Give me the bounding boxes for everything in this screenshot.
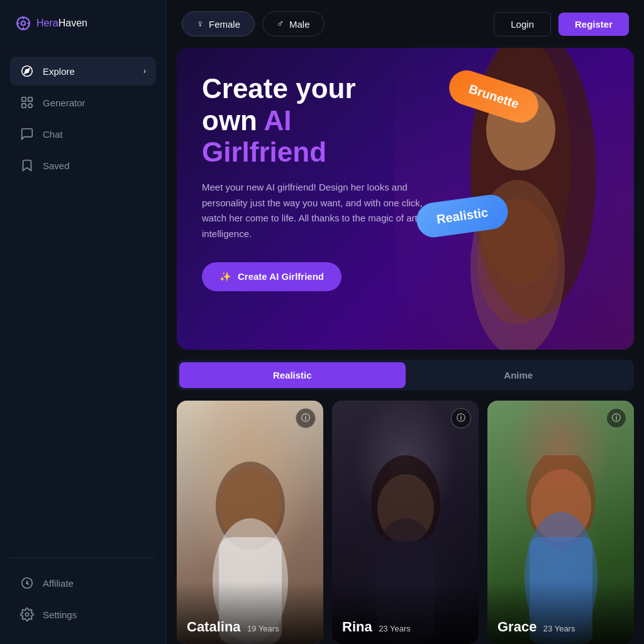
chevron-right-icon: › [143, 67, 146, 75]
sidebar-affiliate-label: Affiliate [43, 578, 74, 589]
sidebar-item-explore[interactable]: Explore › [10, 57, 156, 86]
logo: HeraHaven [10, 15, 156, 31]
hero-text-content: Create your own AI Girlfriend Meet your … [202, 73, 441, 291]
register-button[interactable]: Register [558, 13, 629, 36]
svg-point-11 [28, 104, 32, 108]
card-rina[interactable]: ⓘ Rina 23 Years [332, 401, 479, 644]
settings-icon [20, 608, 34, 621]
card-name-catalina: Catalina [187, 619, 241, 635]
create-girlfriend-button[interactable]: ✨ Create AI Girlfriend [202, 262, 341, 291]
svg-rect-10 [22, 104, 26, 108]
hero-title: Create your own AI Girlfriend [202, 73, 441, 169]
sidebar-item-chat[interactable]: Chat [10, 119, 156, 148]
card-info-button-rina[interactable]: ⓘ [451, 408, 471, 428]
card-label-grace: Grace 23 Years [487, 581, 634, 644]
logo-text: HeraHaven [36, 18, 87, 29]
hero-section: Create your own AI Girlfriend Meet your … [177, 48, 634, 350]
sidebar-item-saved[interactable]: Saved [10, 151, 156, 180]
male-icon: ♂ [277, 18, 284, 30]
card-name-grace: Grace [497, 619, 536, 635]
card-name-rina: Rina [342, 619, 372, 635]
svg-point-13 [26, 582, 28, 584]
card-label-rina: Rina 23 Years [332, 581, 479, 644]
female-button[interactable]: ♀ Female [182, 11, 255, 36]
affiliate-icon [20, 576, 34, 590]
sidebar-settings-label: Settings [43, 609, 77, 620]
hero-description: Meet your new AI girlfriend! Design her … [202, 180, 441, 242]
topbar: ♀ Female ♂ Male Login Register [167, 0, 644, 48]
svg-marker-7 [25, 69, 30, 74]
tab-anime[interactable]: Anime [406, 362, 632, 388]
card-age-grace: 23 Years [543, 624, 575, 633]
sidebar-item-affiliate[interactable]: Affiliate [10, 569, 156, 597]
card-grace[interactable]: ⓘ Grace 23 Years [487, 401, 634, 644]
card-catalina[interactable]: ⓘ Catalina 19 Years [177, 401, 323, 644]
login-button[interactable]: Login [494, 12, 551, 36]
sidebar-chat-label: Chat [43, 129, 63, 140]
wand-icon: ✨ [219, 271, 231, 282]
sidebar-generator-label: Generator [43, 97, 86, 108]
svg-rect-8 [22, 97, 26, 101]
male-button[interactable]: ♂ Male [262, 11, 325, 36]
svg-point-14 [25, 613, 29, 616]
card-label-catalina: Catalina 19 Years [177, 581, 323, 644]
card-age-catalina: 19 Years [247, 624, 279, 633]
card-info-button-catalina[interactable]: ⓘ [296, 408, 316, 428]
chat-icon [20, 127, 34, 141]
sidebar-item-generator[interactable]: Generator [10, 88, 156, 117]
logo-icon [15, 15, 31, 31]
sidebar: HeraHaven Explore › Generator [0, 0, 167, 644]
nav-items: Explore › Generator Chat Saved [10, 57, 156, 558]
sidebar-saved-label: Saved [43, 160, 70, 171]
svg-rect-9 [28, 97, 32, 101]
card-age-rina: 23 Years [379, 624, 411, 633]
style-tabs: Realistic Anime [177, 360, 634, 391]
female-icon: ♀ [196, 18, 204, 30]
sidebar-bottom: Affiliate Settings [10, 558, 156, 629]
saved-icon [20, 158, 34, 172]
svg-point-1 [21, 21, 26, 26]
tab-realistic[interactable]: Realistic [179, 362, 406, 388]
card-info-button-grace[interactable]: ⓘ [606, 408, 626, 428]
compass-icon [20, 64, 34, 78]
sidebar-item-settings[interactable]: Settings [10, 600, 156, 629]
generator-icon [20, 96, 34, 109]
girlfriend-cards: ⓘ Catalina 19 Years ⓘ [167, 401, 644, 644]
main-content: ♀ Female ♂ Male Login Register [167, 0, 644, 644]
sidebar-explore-label: Explore [43, 66, 75, 77]
